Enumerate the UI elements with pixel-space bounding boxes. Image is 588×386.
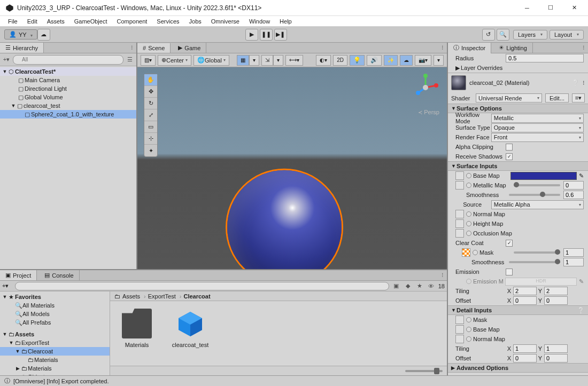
layout-dropdown[interactable]: Layout	[550, 30, 584, 40]
menu-component[interactable]: Component	[112, 17, 152, 26]
space-toggle[interactable]: 🌐Global	[194, 55, 229, 66]
menu-omniverse[interactable]: Omniverse	[206, 17, 244, 26]
maximize-button[interactable]: ☐	[539, 1, 562, 15]
hand-tool[interactable]: ✋	[144, 74, 157, 86]
hierarchy-item[interactable]: ▼▢clearcoat_test	[0, 101, 136, 110]
scene-row[interactable]: ▼⬡ ClearcoatTest*	[0, 67, 136, 76]
layers-dropdown[interactable]: Layers	[513, 30, 547, 40]
shader-dropdown[interactable]: Universal Rende	[476, 93, 542, 103]
shading-dropdown[interactable]: ◐▾	[316, 55, 331, 66]
ccsmooth-value[interactable]	[563, 258, 584, 266]
section-surface-inputs[interactable]: ▼Surface Inputs	[448, 161, 588, 171]
detail-normal-texslot[interactable]	[455, 335, 464, 343]
shader-edit-button[interactable]: Edit...	[545, 93, 569, 103]
alpha-clip-checkbox[interactable]	[506, 144, 513, 151]
section-detail-inputs[interactable]: ▼Detail Inputs❔	[448, 305, 588, 315]
project-tab[interactable]: ▣Project	[0, 270, 37, 280]
help-icon[interactable]: ❔	[577, 307, 585, 314]
fav-item[interactable]: 🔍All Prefabs	[0, 318, 110, 327]
hierarchy-item[interactable]: ▢Main Camera	[0, 76, 136, 84]
fav-item[interactable]: 🔍All Models	[0, 310, 110, 318]
gizmos-dropdown[interactable]: ▾	[434, 55, 444, 66]
draw-mode-dropdown[interactable]: ▨▾	[141, 55, 156, 66]
minimize-button[interactable]: ─	[515, 1, 539, 15]
search-button[interactable]: 🔍	[497, 29, 509, 41]
console-tab[interactable]: ▤Console	[39, 270, 79, 280]
receive-shadows-checkbox[interactable]: ✓	[506, 153, 513, 160]
inspector-lock[interactable]: ⁝	[579, 44, 588, 52]
detail-mask-texslot[interactable]	[455, 316, 464, 324]
grid-snap-button[interactable]: ▦	[237, 55, 249, 66]
save-search-icon[interactable]: ★	[415, 282, 424, 289]
status-message[interactable]: [Omniverse] [Info] Export completed.	[13, 378, 109, 384]
hidden-packages-icon[interactable]: 👁	[427, 283, 436, 289]
pivot-toggle[interactable]: ⊕Center	[158, 55, 191, 66]
renderface-dropdown[interactable]: Front	[491, 133, 584, 142]
hierarchy-item[interactable]: ▢Directional Light	[0, 84, 136, 93]
shader-more-button[interactable]: ≡▾	[572, 93, 585, 103]
search-by-type-icon[interactable]: ▣	[391, 282, 401, 289]
menu-services[interactable]: Services	[152, 17, 184, 26]
play-button[interactable]: ▶	[245, 29, 258, 41]
rect-tool[interactable]: ▭	[144, 121, 157, 133]
menu-edit[interactable]: Edit	[22, 17, 42, 26]
menu-assets[interactable]: Assets	[42, 17, 69, 26]
pause-button[interactable]: ❚❚	[260, 29, 273, 41]
camera-settings[interactable]: 📷▾	[415, 55, 431, 66]
ccsmooth-slider[interactable]	[509, 261, 560, 263]
hierarchy-filter-icon[interactable]: ☰	[126, 56, 134, 64]
tiling-x[interactable]	[513, 287, 537, 295]
search-by-label-icon[interactable]: ◆	[403, 282, 413, 289]
hierarchy-tab[interactable]: ☰ Hierarchy	[0, 43, 44, 53]
grid-snap-dropdown[interactable]: ▾	[249, 55, 259, 66]
source-dropdown[interactable]: Metallic Alpha	[491, 200, 584, 209]
eyedropper-icon[interactable]: ✎	[579, 172, 584, 179]
skybox-toggle[interactable]: ☁	[400, 55, 413, 66]
increment-snap-dropdown[interactable]: ▾	[273, 55, 283, 66]
detail-basemap-texslot[interactable]	[455, 325, 464, 334]
metallic-value[interactable]	[563, 181, 584, 190]
menu-jobs[interactable]: Jobs	[184, 17, 206, 26]
crumb[interactable]: ExportTest	[148, 293, 182, 300]
tree-item-selected[interactable]: ▼🗀Clearcoat	[0, 347, 110, 356]
layer-overrides-row[interactable]: ▶Layer Overrides	[448, 63, 588, 73]
tree-item[interactable]: 🗀Materials	[0, 356, 110, 364]
custom-tool[interactable]: ✦	[144, 145, 157, 156]
detail-offset-x[interactable]	[513, 354, 537, 363]
basemap-color[interactable]	[510, 172, 577, 180]
offset-y[interactable]	[544, 296, 568, 305]
preset-icon[interactable]: ⁝	[583, 80, 585, 86]
menu-gameobject[interactable]: GameObject	[69, 17, 112, 26]
2d-toggle[interactable]: 2D	[333, 55, 347, 66]
workflow-dropdown[interactable]: Metallic	[491, 114, 584, 123]
hierarchy-lock-icon[interactable]: ⁝	[128, 44, 136, 52]
cloud-button[interactable]: ☁	[37, 29, 50, 41]
game-tab[interactable]: ▶Game	[173, 43, 206, 53]
step-button[interactable]: ▶❚	[274, 29, 287, 41]
hierarchy-add-button[interactable]: +▾	[2, 56, 11, 64]
move-tool[interactable]: ✥	[144, 86, 157, 98]
crumb[interactable]: Clearcoat	[183, 293, 212, 300]
tree-item[interactable]: ▼🗀ExportTest	[0, 338, 110, 347]
asset-folder[interactable]: Materials	[118, 309, 156, 348]
snap-settings-button[interactable]: ⟷▾	[285, 55, 303, 66]
asset-prefab[interactable]: clearcoat_test	[171, 309, 210, 348]
selected-sphere[interactable]	[227, 170, 342, 284]
basemap-picker-icon[interactable]	[466, 173, 471, 178]
menu-window[interactable]: Window	[244, 17, 275, 26]
account-dropdown[interactable]: 👤 YY	[4, 29, 37, 40]
basemap-texslot[interactable]	[455, 171, 464, 180]
project-add-button[interactable]: +▾	[2, 282, 13, 289]
scene-tab[interactable]: #Scene	[137, 43, 171, 53]
radius-field[interactable]	[506, 54, 584, 62]
favorites-header[interactable]: ▼★Favorites	[0, 293, 110, 301]
thumbnail-size-slider[interactable]	[405, 370, 443, 372]
tiling-y[interactable]	[544, 287, 568, 295]
metallic-slider[interactable]	[514, 184, 560, 186]
crumb[interactable]: Assets	[122, 293, 146, 300]
project-lock[interactable]: ⁝	[438, 271, 447, 280]
persp-label[interactable]: ≺ Persp	[418, 109, 439, 115]
scale-tool[interactable]: ⤢	[144, 109, 157, 121]
audio-toggle[interactable]: 🔊	[367, 55, 382, 66]
ccmask-texslot[interactable]	[462, 248, 470, 257]
